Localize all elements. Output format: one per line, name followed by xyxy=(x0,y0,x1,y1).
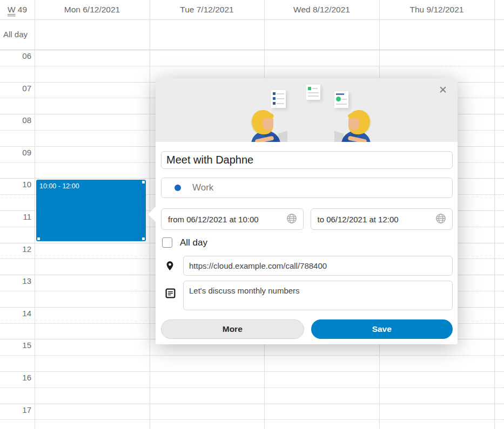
description-textarea[interactable]: Let's discuss monthly numbers xyxy=(183,281,453,310)
end-datetime-input[interactable]: to 06/12/2021 at 12:00 xyxy=(311,208,453,230)
calendar-picker-label: Work xyxy=(192,182,213,193)
calendar-app: W 49 Mon 6/12/2021 Tue 7/12/2021 Wed 8/1… xyxy=(0,0,504,429)
day-header-wed[interactable]: Wed 8/12/2021 xyxy=(264,0,379,19)
event-title-input[interactable] xyxy=(161,151,453,169)
day-header-thu[interactable]: Thu 9/12/2021 xyxy=(379,0,494,19)
date-row: from 06/12/2021 at 10:00 to 06/12/2021 a… xyxy=(161,208,453,230)
save-button[interactable]: Save xyxy=(311,319,453,339)
day-header-mon[interactable]: Mon 6/12/2021 xyxy=(35,0,150,19)
dialog-arrow xyxy=(148,207,156,222)
start-datetime-input[interactable]: from 06/12/2021 at 10:00 xyxy=(161,208,304,230)
document-card xyxy=(306,85,320,100)
event-block[interactable]: 10:00 - 12:00 xyxy=(36,180,146,241)
week-number: W 49 xyxy=(0,0,35,19)
timezone-globe-icon[interactable] xyxy=(435,213,447,226)
description-row: Let's discuss monthly numbers xyxy=(161,281,453,310)
event-editor-dialog: ✕ Work from 06/12/2021 at 10:00 to 06/12… xyxy=(156,78,458,344)
event-time-label: 10:00 - 12:00 xyxy=(39,182,79,190)
hour-label: 15 xyxy=(0,341,31,350)
location-pin-icon xyxy=(161,256,183,276)
all-day-row-label: All day xyxy=(3,19,28,50)
document-card xyxy=(271,90,286,108)
hour-label: 11 xyxy=(0,212,31,221)
description-icon xyxy=(161,281,183,310)
hour-label: 14 xyxy=(0,309,31,318)
location-row xyxy=(161,256,453,276)
week-icon: W xyxy=(8,5,16,14)
event-resize-handle[interactable] xyxy=(142,181,145,183)
timezone-globe-icon[interactable] xyxy=(286,213,298,226)
event-resize-handle[interactable] xyxy=(142,237,145,240)
person-illustration xyxy=(333,110,378,142)
hour-label: 17 xyxy=(0,405,31,414)
event-resize-handle[interactable] xyxy=(37,237,40,240)
close-button[interactable]: ✕ xyxy=(436,83,450,97)
location-input[interactable] xyxy=(183,256,453,276)
hour-label: 13 xyxy=(0,276,31,285)
hour-label: 08 xyxy=(0,115,31,125)
end-datetime-value: to 06/12/2021 at 12:00 xyxy=(318,215,399,224)
hour-label: 07 xyxy=(0,84,31,93)
all-day-row: All day xyxy=(0,19,504,50)
meeting-illustration xyxy=(156,78,458,142)
hour-label: 16 xyxy=(0,373,31,382)
hour-label: 12 xyxy=(0,244,31,254)
hour-label: 06 xyxy=(0,51,31,60)
calendar-header: W 49 Mon 6/12/2021 Tue 7/12/2021 Wed 8/1… xyxy=(0,0,504,20)
calendar-picker[interactable]: Work xyxy=(161,178,453,198)
dialog-body: Work from 06/12/2021 at 10:00 to 06/12/2… xyxy=(161,142,453,339)
all-day-checkbox-label: All day xyxy=(180,237,207,248)
hour-label: 09 xyxy=(0,148,31,157)
day-header-tue[interactable]: Tue 7/12/2021 xyxy=(150,0,264,19)
dialog-buttons: More Save xyxy=(161,319,453,339)
calendar-color-dot xyxy=(174,185,181,191)
hour-label: 10 xyxy=(0,180,31,189)
document-card xyxy=(334,91,348,108)
start-datetime-value: from 06/12/2021 at 10:00 xyxy=(168,215,259,224)
person-illustration xyxy=(244,110,289,142)
more-button[interactable]: More xyxy=(161,319,304,339)
close-icon: ✕ xyxy=(439,84,447,96)
all-day-option-row: All day xyxy=(161,237,453,248)
all-day-checkbox[interactable] xyxy=(162,237,172,248)
